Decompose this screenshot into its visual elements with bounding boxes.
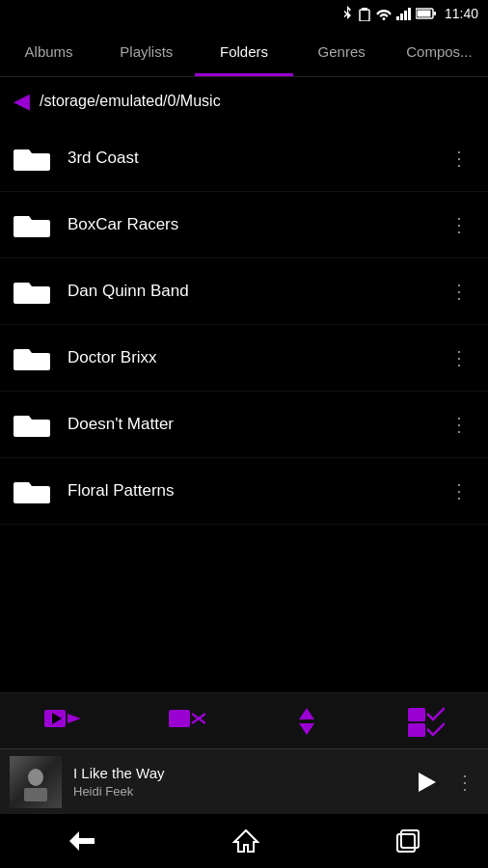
svg-marker-10 [68, 714, 81, 723]
folder-item-boxcar-racers[interactable]: BoxCar Racers ⋮ [0, 192, 488, 258]
svg-rect-7 [417, 11, 430, 17]
battery-icon [416, 8, 437, 19]
shuffle-button[interactable] [161, 698, 213, 745]
folder-icon [14, 144, 50, 173]
album-thumbnail [16, 763, 55, 801]
folder-item-floral-patterns[interactable]: Floral Patterns ⋮ [0, 458, 488, 525]
now-playing-info: I Like the Way Heidi Feek [62, 765, 409, 799]
folder-item-3rd-coast[interactable]: 3rd Coast ⋮ [0, 125, 488, 192]
back-arrow-icon[interactable]: ◀ [14, 89, 30, 114]
play-next-icon [44, 706, 81, 737]
tab-bar: Albums Playlists Folders Genres Compos..… [0, 27, 488, 77]
sim-icon [358, 6, 371, 21]
svg-rect-2 [396, 16, 399, 20]
tab-albums[interactable]: Albums [0, 27, 97, 76]
breadcrumb-path: /storage/emulated/0/Music [40, 93, 221, 110]
nav-back-button[interactable] [60, 822, 104, 860]
now-playing-artist: Heidi Feek [73, 784, 397, 799]
now-playing-controls: ⋮ [409, 765, 478, 800]
select-button[interactable] [400, 698, 452, 745]
tab-genres[interactable]: Genres [293, 27, 391, 76]
now-playing-more-button[interactable]: ⋮ [451, 767, 478, 798]
tab-composers[interactable]: Compos... [391, 27, 488, 76]
svg-rect-3 [400, 14, 403, 20]
svg-rect-12 [169, 710, 190, 727]
play-next-button[interactable] [37, 698, 89, 745]
svg-rect-18 [408, 723, 425, 737]
folder-name: 3rd Coast [68, 149, 444, 168]
status-icons: 11:40 [340, 6, 478, 21]
breadcrumb: ◀ /storage/emulated/0/Music [0, 77, 488, 125]
svg-rect-0 [360, 10, 369, 21]
folder-icon [14, 277, 50, 306]
play-pause-button[interactable] [409, 765, 444, 800]
wifi-icon [375, 7, 393, 20]
play-icon [413, 769, 440, 796]
folder-name: BoxCar Racers [68, 215, 444, 234]
svg-rect-25 [401, 830, 419, 848]
nav-home-icon [232, 828, 259, 854]
folder-item-doesnt-matter[interactable]: Doesn't Matter ⋮ [0, 392, 488, 458]
svg-marker-23 [234, 830, 258, 852]
clock: 11:40 [445, 6, 478, 21]
svg-marker-16 [299, 723, 314, 735]
svg-rect-24 [397, 834, 415, 852]
sort-icon [293, 706, 320, 737]
svg-marker-22 [69, 831, 95, 851]
tab-playlists[interactable]: Playlists [97, 27, 195, 76]
shuffle-icon [169, 706, 205, 737]
signal-icon [396, 7, 412, 20]
folder-icon [14, 410, 50, 439]
folder-more-menu[interactable]: ⋮ [444, 276, 474, 307]
folder-more-menu[interactable]: ⋮ [444, 143, 474, 174]
folder-item-doctor-brixx[interactable]: Doctor Brixx ⋮ [0, 325, 488, 392]
svg-rect-20 [24, 788, 47, 801]
folder-name: Dan Quinn Band [68, 282, 444, 301]
status-bar: 11:40 [0, 0, 488, 27]
now-playing-title: I Like the Way [73, 765, 397, 781]
folder-more-menu[interactable]: ⋮ [444, 409, 474, 440]
svg-point-19 [28, 769, 43, 786]
folder-list: 3rd Coast ⋮ BoxCar Racers ⋮ Dan Quinn Ba… [0, 125, 488, 692]
svg-rect-8 [433, 12, 436, 15]
now-playing-bar: I Like the Way Heidi Feek ⋮ [0, 748, 488, 814]
nav-bar [0, 814, 488, 868]
svg-marker-15 [299, 708, 314, 719]
folder-more-menu[interactable]: ⋮ [444, 342, 474, 373]
select-icon [408, 706, 445, 737]
svg-rect-5 [408, 8, 411, 20]
folder-name: Doesn't Matter [68, 415, 444, 434]
nav-recents-icon [395, 828, 420, 854]
folder-more-menu[interactable]: ⋮ [444, 209, 474, 240]
sort-button[interactable] [285, 698, 328, 745]
svg-rect-1 [362, 8, 367, 11]
folder-icon [14, 210, 50, 239]
svg-rect-17 [408, 708, 425, 721]
svg-marker-21 [419, 773, 436, 792]
album-art [10, 756, 62, 808]
folder-name: Doctor Brixx [68, 348, 444, 367]
nav-home-button[interactable] [225, 821, 267, 861]
bottom-toolbar [0, 692, 488, 748]
folder-icon [14, 476, 50, 505]
folder-item-dan-quinn-band[interactable]: Dan Quinn Band ⋮ [0, 258, 488, 325]
folder-more-menu[interactable]: ⋮ [444, 475, 474, 506]
nav-back-icon [68, 829, 96, 853]
tab-folders[interactable]: Folders [195, 27, 292, 76]
svg-rect-4 [404, 11, 407, 20]
folder-name: Floral Patterns [68, 481, 444, 501]
nav-recents-button[interactable] [388, 821, 428, 861]
bluetooth-icon [340, 6, 354, 21]
folder-icon [14, 343, 50, 372]
